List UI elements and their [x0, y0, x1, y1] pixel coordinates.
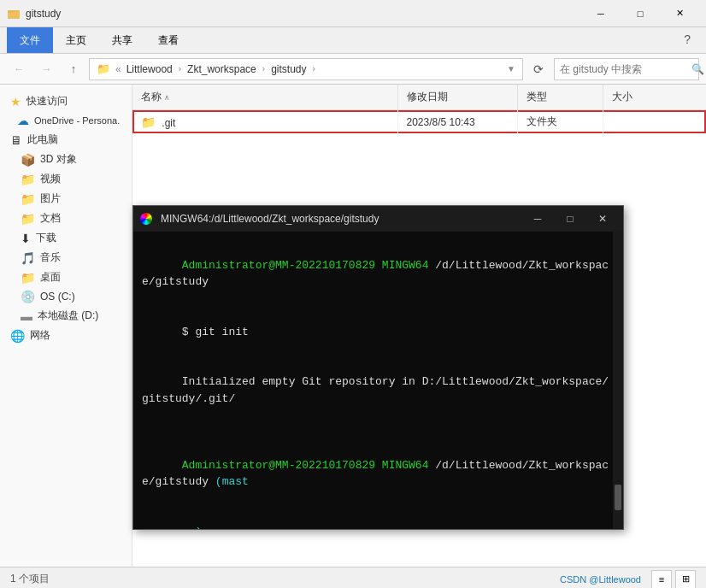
path-arrow-3: › [312, 64, 315, 74]
terminal-prompt-user-1: Administrator@MM-202210170829 MINGW64 [182, 259, 429, 272]
col-header-type[interactable]: 类型 [517, 85, 603, 110]
terminal-line-5: Administrator@MM-202210170829 MINGW64 /d… [142, 440, 615, 507]
search-box: 🔍 [554, 58, 699, 80]
sidebar-item-onedrive[interactable]: ☁ OneDrive - Persona... [0, 111, 132, 130]
terminal-titlebar: MINGW64:/d/Littlewood/Zkt_workspace/gits… [133, 206, 623, 232]
view-list-button[interactable]: ≡ [651, 570, 672, 589]
sidebar-item-desktop[interactable]: 📁 桌面 [0, 268, 132, 287]
terminal-minimize-button[interactable]: ─ [524, 209, 551, 228]
pc-icon: 🖥 [10, 133, 22, 147]
terminal-line-1: Administrator@MM-202210170829 MINGW64 /d… [142, 240, 615, 307]
terminal-maximize-button[interactable]: □ [556, 209, 584, 228]
terminal-line-2: $ git init [142, 307, 615, 357]
sidebar: ★ 快速访问 ☁ OneDrive - Persona... 🖥 此电脑 📦 3… [0, 85, 132, 567]
view-grid-button[interactable]: ⊞ [675, 570, 696, 589]
address-path[interactable]: 📁 « 名称 Littlewood › Zkt_workspace › gits… [89, 58, 523, 80]
sidebar-item-videos[interactable]: 📁 视频 [0, 169, 132, 189]
sidebar-item-quick-access[interactable]: ★ 快速访问 [0, 91, 132, 111]
path-gitstudy: gitstudy [271, 63, 306, 75]
col-header-date[interactable]: 修改日期 [397, 85, 517, 110]
folder-pictures-icon: 📁 [21, 192, 35, 206]
ribbon-tabs: 文件 主页 共享 查看 ? [0, 27, 706, 53]
title-controls: ─ □ ✕ [581, 0, 699, 27]
folder-3d-icon: 📦 [21, 153, 35, 167]
path-folder-icon: 📁 [97, 62, 110, 75]
minimize-button[interactable]: ─ [581, 0, 621, 27]
file-name: .git [162, 117, 175, 129]
status-count: 1 个项目 [10, 572, 50, 586]
title-bar: gitstudy ─ □ ✕ [0, 0, 706, 27]
terminal-line-3: Initialized empty Git repository in D:/L… [142, 357, 615, 424]
close-button[interactable]: ✕ [660, 0, 699, 27]
sidebar-item-network[interactable]: 🌐 网络 [0, 326, 132, 345]
sidebar-label-3d: 3D 对象 [40, 152, 77, 167]
status-bar: 1 个项目 CSDN @Littlewood ≡ ⊞ [0, 567, 706, 588]
maximize-button[interactable]: □ [621, 0, 660, 27]
file-table: 名称 ∧ 修改日期 类型 大小 📁 .git 2023/8/5 10:43 文件… [132, 85, 706, 133]
terminal-output: Initialized empty Git repository in D:/L… [142, 375, 609, 405]
terminal-prompt-user-2: Administrator@MM-202210170829 MINGW64 [182, 459, 429, 472]
sidebar-label-quick-access: 快速访问 [26, 94, 68, 109]
terminal-scroll-thumb [615, 485, 621, 510]
ribbon: 文件 主页 共享 查看 ? [0, 27, 706, 54]
terminal-line-6: er) [142, 507, 615, 529]
search-input[interactable] [560, 63, 688, 75]
terminal-prompt-branch: (mast [215, 475, 249, 488]
sidebar-label-pictures: 图片 [40, 191, 61, 206]
back-button[interactable]: ← [7, 58, 31, 80]
folder-downloads-icon: ⬇ [21, 232, 31, 245]
terminal-icon [140, 213, 152, 225]
sidebar-item-documents[interactable]: 📁 文档 [0, 209, 132, 228]
table-row[interactable]: 📁 .git 2023/8/5 10:43 文件夹 [132, 110, 706, 134]
path-sep-1: « [115, 63, 121, 75]
sidebar-label-onedrive: OneDrive - Persona... [34, 115, 120, 126]
sidebar-label-videos: 视频 [40, 172, 61, 186]
terminal-close-button[interactable]: ✕ [589, 209, 616, 228]
path-arrow-2: › [262, 64, 265, 74]
drive-c-icon: 💿 [21, 290, 35, 303]
sidebar-item-3d[interactable]: 📦 3D 对象 [0, 150, 132, 169]
search-icon: 🔍 [691, 63, 704, 75]
sidebar-item-this-pc[interactable]: 🖥 此电脑 [0, 130, 132, 150]
folder-icon: 📁 [141, 115, 156, 129]
sidebar-label-documents: 文档 [40, 211, 61, 226]
sidebar-item-music[interactable]: 🎵 音乐 [0, 248, 132, 268]
folder-videos-icon: 📁 [21, 173, 35, 186]
terminal-branch-cont: er) [182, 526, 202, 530]
path-zkt: Zkt_workspace [187, 63, 256, 75]
terminal-line-blank [142, 424, 615, 441]
col-header-size[interactable]: 大小 [603, 85, 706, 110]
sidebar-item-os-c[interactable]: 💿 OS (C:) [0, 287, 132, 306]
forward-button[interactable]: → [34, 58, 58, 80]
terminal-title: MINGW64:/d/Littlewood/Zkt_workspace/gits… [161, 213, 519, 225]
col-header-name[interactable]: 名称 ∧ [132, 85, 397, 110]
status-right: CSDN @Littlewood ≡ ⊞ [560, 570, 696, 589]
drive-d-icon: ▬ [21, 309, 32, 323]
path-dropdown-icon: ▼ [507, 64, 515, 74]
terminal-scrollbar[interactable] [613, 232, 623, 529]
folder-docs-icon: 📁 [21, 212, 35, 226]
help-button[interactable]: ? [675, 27, 699, 53]
folder-desktop-icon: 📁 [21, 271, 35, 285]
window-icon [7, 7, 21, 21]
watermark: CSDN @Littlewood [560, 574, 641, 585]
path-littlewood: Littlewood [126, 63, 173, 75]
up-button[interactable]: ↑ [62, 58, 85, 80]
sidebar-item-downloads[interactable]: ⬇ 下载 [0, 228, 132, 248]
file-size-cell [603, 110, 706, 134]
sidebar-label-desktop: 桌面 [40, 270, 61, 285]
terminal-body[interactable]: Administrator@MM-202210170829 MINGW64 /d… [133, 232, 623, 529]
address-bar: ← → ↑ 📁 « 名称 Littlewood › Zkt_workspace … [0, 54, 706, 85]
tab-view[interactable]: 查看 [145, 27, 191, 53]
sidebar-item-local-d[interactable]: ▬ 本地磁盘 (D:) [0, 306, 132, 326]
sidebar-item-pictures[interactable]: 📁 图片 [0, 189, 132, 209]
sidebar-label-local-d: 本地磁盘 (D:) [38, 309, 98, 323]
tab-file[interactable]: 文件 [7, 27, 53, 53]
sidebar-label-music: 音乐 [40, 250, 61, 265]
sidebar-label-downloads: 下载 [36, 231, 56, 245]
tab-share[interactable]: 共享 [99, 27, 145, 53]
star-icon: ★ [10, 95, 21, 109]
cloud-icon: ☁ [17, 114, 29, 127]
tab-home[interactable]: 主页 [53, 27, 99, 53]
refresh-button[interactable]: ⟳ [527, 58, 550, 80]
